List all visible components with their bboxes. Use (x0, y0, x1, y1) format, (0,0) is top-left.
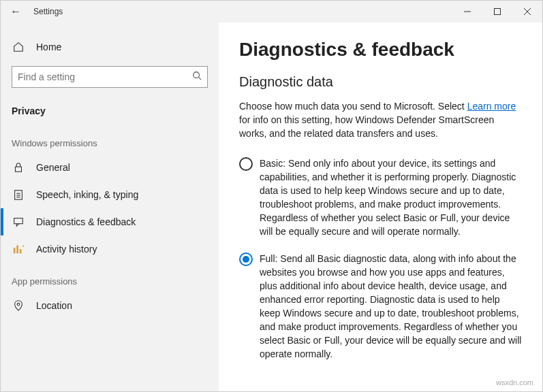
sidebar-item-label: Diagnostics & feedback (36, 216, 136, 227)
svg-point-4 (193, 72, 200, 78)
svg-rect-14 (20, 249, 22, 253)
sidebar-item-label: Location (36, 300, 72, 311)
sidebar-item-general[interactable]: General (1, 154, 219, 181)
svg-line-5 (199, 78, 202, 80)
svg-rect-12 (14, 248, 16, 253)
svg-rect-6 (16, 167, 22, 172)
minimize-button[interactable] (452, 1, 482, 22)
radio-circle-selected-icon (239, 252, 253, 266)
sidebar-item-diagnostics[interactable]: Diagnostics & feedback (1, 208, 219, 235)
radio-basic[interactable]: Basic: Send only info about your device,… (239, 157, 522, 238)
sidebar-item-location[interactable]: Location (1, 292, 219, 319)
sidebar-item-home[interactable]: Home (1, 33, 219, 61)
radio-circle-icon (239, 157, 253, 171)
svg-point-15 (17, 303, 20, 306)
radio-full[interactable]: Full: Send all Basic diagnostic data, al… (239, 252, 522, 361)
back-button[interactable]: ← (1, 5, 31, 18)
sidebar-item-label: Activity history (36, 244, 97, 255)
svg-rect-13 (16, 246, 18, 254)
sidebar-category: Privacy (1, 97, 219, 125)
lock-icon (12, 161, 25, 174)
sidebar-item-label: Speech, inking, & typing (36, 189, 138, 200)
sidebar: Home Privacy Windows permissions General… (1, 22, 219, 391)
intro-text: Choose how much data you send to Microso… (239, 99, 522, 140)
learn-more-link[interactable]: Learn more (467, 101, 516, 112)
section-app-permissions: App permissions (1, 263, 219, 292)
sidebar-item-speech[interactable]: Speech, inking, & typing (1, 181, 219, 208)
close-button[interactable] (512, 1, 542, 22)
content-pane: Diagnostics & feedback Diagnostic data C… (219, 22, 542, 391)
search-input[interactable] (18, 71, 192, 82)
section-heading: Diagnostic data (239, 74, 522, 90)
sidebar-item-label: Home (36, 42, 61, 52)
activity-icon (12, 242, 25, 256)
title-bar: ← Settings (1, 1, 542, 22)
radio-basic-label: Basic: Send only info about your device,… (260, 157, 522, 238)
location-icon (12, 299, 25, 312)
svg-rect-11 (14, 218, 23, 224)
sidebar-item-activity[interactable]: Activity history (1, 235, 219, 263)
window-title: Settings (31, 7, 63, 16)
watermark: wsxdn.com (496, 378, 533, 387)
search-box[interactable] (12, 66, 208, 88)
clipboard-icon (12, 188, 25, 201)
radio-full-label: Full: Send all Basic diagnostic data, al… (260, 252, 522, 361)
sidebar-item-label: General (36, 162, 70, 173)
home-icon (12, 40, 25, 54)
svg-rect-1 (495, 9, 501, 15)
search-icon (192, 71, 202, 83)
page-title: Diagnostics & feedback (239, 39, 522, 61)
feedback-icon (12, 215, 25, 229)
maximize-button[interactable] (482, 1, 512, 22)
section-windows-permissions: Windows permissions (1, 125, 219, 154)
